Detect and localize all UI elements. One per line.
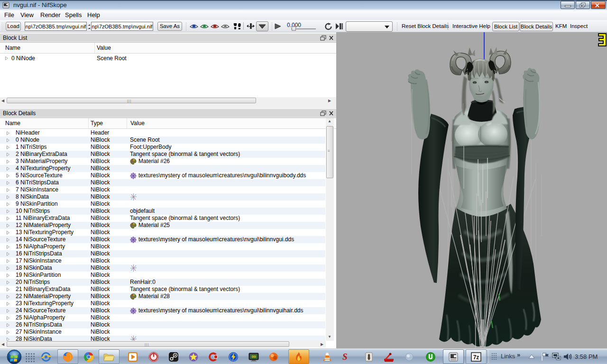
svg-text:7z: 7z: [473, 354, 479, 361]
svg-text:99: 99: [252, 355, 256, 359]
